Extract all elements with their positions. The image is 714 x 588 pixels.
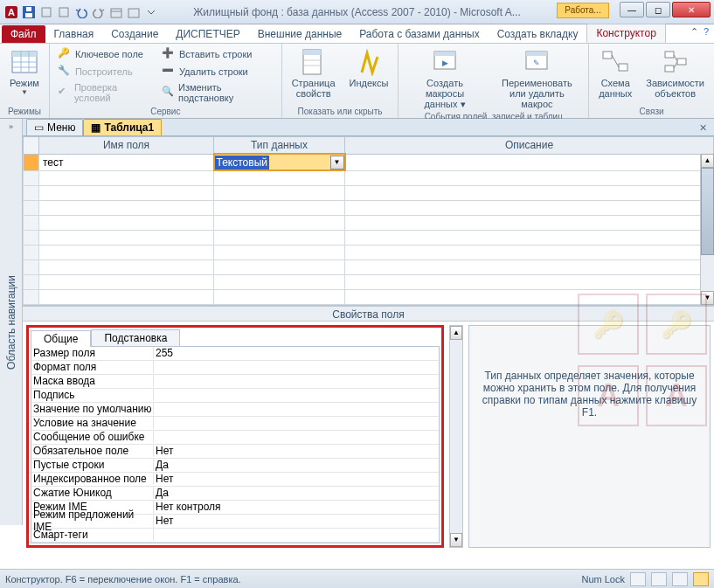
close-tab-icon[interactable]: ✕ — [697, 122, 709, 135]
indexes-button[interactable]: Индексы — [345, 45, 393, 107]
select-all[interactable] — [24, 137, 39, 155]
tab-external-data[interactable]: Внешние данные — [249, 25, 351, 43]
modify-lookup-button[interactable]: 🔍Изменить подстановку — [159, 80, 276, 105]
row-selector[interactable] — [24, 185, 39, 200]
row-selector[interactable] — [24, 289, 39, 304]
description-cell[interactable] — [345, 154, 714, 170]
row-selector[interactable] — [24, 259, 39, 274]
rename-delete-macro-button[interactable]: ✎ Переименовать или удалить макрос — [491, 45, 583, 112]
minimize-ribbon-icon[interactable]: ⌃ — [690, 26, 698, 38]
property-value[interactable]: Нет — [154, 515, 439, 527]
view-chart-icon[interactable] — [672, 572, 688, 586]
close-button[interactable]: ✕ — [672, 2, 711, 17]
row-selector[interactable] — [24, 170, 39, 185]
numlock-indicator: Num Lock — [581, 574, 625, 585]
row-selector[interactable] — [24, 215, 39, 230]
property-row[interactable]: Сообщение об ошибке — [31, 431, 439, 445]
tab-home[interactable]: Главная — [45, 25, 103, 43]
object-deps-button[interactable]: Зависимости объектов — [641, 45, 709, 107]
tab-design[interactable]: Конструктор — [586, 24, 665, 43]
file-tab[interactable]: Файл — [2, 25, 45, 43]
qa-item-icon[interactable] — [108, 4, 124, 20]
row-selector[interactable] — [24, 154, 39, 170]
key-icon: 🔑 — [58, 47, 72, 61]
view-datasheet-icon[interactable] — [630, 572, 646, 586]
grid-scrollbar[interactable]: ▲ ▼ — [700, 154, 714, 305]
property-sheet-button[interactable]: Страница свойств — [288, 45, 340, 107]
qa-customize-icon[interactable] — [143, 4, 159, 20]
tab-general[interactable]: Общие — [31, 330, 91, 347]
expand-nav-icon[interactable]: » — [9, 122, 13, 131]
save-icon[interactable] — [21, 4, 37, 20]
create-data-macros-button[interactable]: ▶ Создать макросы данных ▾ — [404, 45, 485, 112]
property-row[interactable]: Индексированное полеНет — [31, 473, 439, 487]
property-row[interactable]: Подпись — [31, 389, 439, 403]
property-value[interactable]: Нет контроля — [154, 501, 439, 513]
access-app-icon[interactable]: A — [3, 4, 19, 20]
maximize-button[interactable]: ◻ — [646, 2, 670, 17]
tab-dispatcher[interactable]: ДИСПЕТЧЕР — [167, 25, 248, 43]
property-row[interactable]: Формат поля — [31, 361, 439, 375]
col-field-name[interactable]: Имя поля — [39, 137, 214, 155]
help-icon[interactable]: ? — [704, 26, 709, 38]
property-value[interactable]: Нет — [154, 445, 439, 457]
relationships-button[interactable]: Схема данных — [594, 45, 636, 107]
nav-pane-collapsed[interactable]: » Область навигации — [0, 119, 23, 525]
redo-icon[interactable] — [91, 4, 107, 20]
delete-rows-button[interactable]: ➖Удалить строки — [159, 63, 276, 80]
qa-item-icon[interactable] — [38, 4, 54, 20]
view-design-icon[interactable] — [693, 572, 709, 586]
property-row[interactable]: Обязательное полеНет — [31, 445, 439, 459]
qa-item-icon[interactable] — [126, 4, 142, 20]
property-key: Индексированное поле — [31, 473, 154, 485]
tab-database-tools[interactable]: Работа с базами данных — [350, 25, 488, 43]
primary-key-button[interactable]: 🔑Ключевое поле — [55, 45, 154, 63]
property-row[interactable]: Размер поля255 — [31, 347, 439, 361]
table-icon: ▦ — [91, 121, 101, 134]
row-selector[interactable] — [24, 245, 39, 259]
property-row[interactable]: Условие на значение — [31, 417, 439, 431]
property-row[interactable]: Пустые строкиДа — [31, 459, 439, 473]
property-value[interactable]: Да — [154, 487, 439, 499]
col-data-type[interactable]: Тип данных — [214, 137, 345, 155]
dropdown-icon[interactable]: ▼ — [330, 156, 344, 169]
property-row[interactable]: Маска ввода — [31, 375, 439, 389]
builder-icon: 🔧 — [58, 65, 72, 79]
form-icon: ▭ — [34, 121, 44, 134]
insert-rows-button[interactable]: ➕Вставить строки — [159, 45, 276, 63]
scroll-down-icon[interactable]: ▼ — [701, 291, 714, 305]
props-scrollbar[interactable]: ▲ ▼ — [449, 325, 463, 548]
property-value[interactable]: Да — [154, 459, 439, 471]
tab-new[interactable]: Создать вкладку — [489, 25, 587, 43]
property-row[interactable]: Смарт-теги — [31, 529, 439, 543]
row-selector[interactable] — [24, 230, 39, 245]
scroll-down-icon[interactable]: ▼ — [450, 533, 462, 547]
property-sheet-label: Страница свойств — [292, 78, 336, 99]
property-row[interactable]: Значение по умолчанию — [31, 403, 439, 417]
row-selector[interactable] — [24, 274, 39, 289]
group-views: Режим ▼ Режимы — [0, 44, 50, 118]
tab-create[interactable]: Создание — [102, 25, 167, 43]
col-description[interactable]: Описание — [345, 137, 714, 155]
relationships-label: Схема данных — [599, 78, 632, 99]
property-value[interactable]: Нет — [154, 473, 439, 485]
view-pivot-icon[interactable] — [651, 572, 667, 586]
object-tabs: ▭Меню ▦Таблица1 ✕ — [23, 119, 714, 136]
scroll-thumb[interactable] — [701, 168, 714, 255]
data-type-cell[interactable]: Текстовый ▼ — [214, 154, 345, 170]
undo-icon[interactable] — [73, 4, 89, 20]
tab-lookup[interactable]: Подстановка — [91, 329, 180, 346]
property-value[interactable]: 255 — [154, 347, 439, 359]
qa-item-icon[interactable] — [56, 4, 72, 20]
scroll-up-icon[interactable]: ▲ — [701, 154, 714, 168]
scroll-up-icon[interactable]: ▲ — [450, 326, 462, 340]
property-row[interactable]: Режим предложений IMEНет — [31, 515, 439, 529]
tab-menu-form[interactable]: ▭Меню — [26, 119, 83, 135]
view-button[interactable]: Режим ▼ — [5, 45, 44, 107]
row-selector[interactable] — [24, 200, 39, 215]
property-key: Сжатие Юникод — [31, 487, 154, 499]
minimize-button[interactable]: — — [620, 2, 644, 17]
tab-table1[interactable]: ▦Таблица1 — [83, 119, 162, 135]
field-name-cell[interactable]: тест — [39, 154, 214, 170]
property-row[interactable]: Сжатие ЮникодДа — [31, 487, 439, 501]
